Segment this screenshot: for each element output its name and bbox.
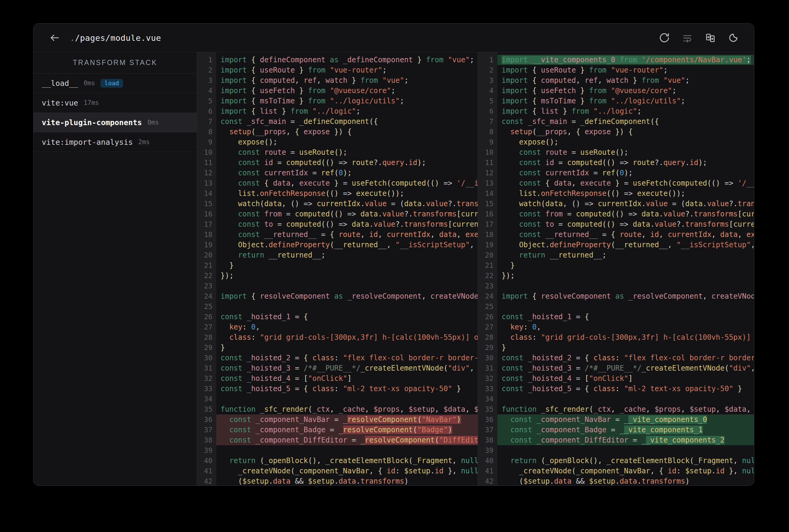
back-button[interactable]: [49, 32, 61, 44]
line-number: 41: [478, 466, 497, 476]
line-number: 15: [197, 198, 216, 209]
line-number: 32: [197, 373, 216, 384]
line-number: 37: [478, 425, 497, 435]
code-text: ($setup.data && $setup.data.transforms): [216, 476, 478, 486]
line-number: 39: [197, 445, 216, 456]
code-text: const _sfc_main = _defineComponent({: [216, 116, 478, 127]
code-line: 14 list.onFetchResponse(() => execute())…: [478, 188, 754, 198]
line-number: 16: [197, 209, 216, 219]
code-line: 41 _createVNode(_component_NavBar, { id:…: [478, 466, 754, 476]
code-text: [497, 281, 754, 291]
line-number: 39: [478, 445, 497, 456]
code-line: 19 Object.defineProperty(__returned__, "…: [197, 240, 478, 250]
code-line: 23: [478, 281, 754, 291]
code-text: [216, 394, 478, 404]
code-line: 28 class: "grid grid-cols-[300px,3fr] h-…: [197, 332, 478, 342]
code-text: _createVNode(_component_NavBar, { id: $s…: [216, 466, 478, 476]
code-line: 15 watch(data, () => currentIdx.value = …: [478, 198, 754, 209]
diff-panel-after[interactable]: 1import __vite_components_0 from '/compo…: [478, 52, 754, 486]
code-text: [216, 445, 478, 456]
line-number: 17: [197, 219, 216, 229]
code-line: 31const _hoisted_3 = /*#__PURE__*/_creat…: [197, 363, 478, 373]
sidebar-item-vite-plugin-components[interactable]: vite-plugin-components0ms: [34, 113, 197, 132]
plugin-name: vite:vue: [42, 98, 78, 107]
line-number: 32: [478, 373, 497, 384]
line-number: 42: [478, 476, 497, 486]
code-text: });: [497, 270, 754, 281]
code-line: 40 return (_openBlock(), _createElementB…: [478, 456, 754, 466]
plugin-time: 2ms: [138, 138, 150, 146]
line-number: 31: [197, 363, 216, 373]
code-line: 30const _hoisted_2 = { class: "flex flex…: [478, 353, 754, 363]
line-number: 40: [478, 456, 497, 466]
code-text: const route = useRoute();: [497, 147, 754, 157]
code-text: class: "grid grid-cols-[300px,3fr] h-[ca…: [216, 332, 478, 342]
code-text: key: 0,: [497, 322, 754, 332]
transform-stack-sidebar: TRANSFORM STACK __load__0msloadvite:vue1…: [34, 52, 197, 486]
code-line: 18 const __returned__ = { route, id, cur…: [197, 229, 478, 240]
plugin-time: 0ms: [84, 79, 95, 87]
code-text: setup(__props, { expose }) {: [497, 127, 754, 137]
line-number: 30: [197, 353, 216, 363]
code-text: function _sfc_render(_ctx, _cache, $prop…: [216, 404, 478, 414]
code-text: const to = computed(() => data.value?.tr…: [497, 219, 754, 229]
code-text: import { useFetch } from "@vueuse/core";: [216, 86, 478, 96]
code-text: list.onFetchResponse(() => execute());: [497, 188, 754, 198]
sidebar-item-vite-vue[interactable]: vite:vue17ms: [34, 93, 197, 113]
refresh-button[interactable]: [659, 32, 670, 43]
code-text: expose();: [497, 137, 754, 147]
code-line: 15 watch(data, () => currentIdx.value = …: [197, 198, 478, 209]
line-number: 15: [478, 198, 497, 209]
code-text: });: [216, 270, 478, 281]
code-text: import { list } from "../logic";: [216, 106, 478, 116]
code-text: const currentIdx = ref(0);: [497, 168, 754, 178]
code-line: 42 ($setup.data && $setup.data.transform…: [478, 476, 754, 486]
line-number: 7: [197, 116, 216, 127]
diff-view-button[interactable]: [705, 32, 716, 43]
code-text: const { data, execute } = useFetch(compu…: [216, 178, 478, 188]
code-line: 16 const from = computed(() => data.valu…: [197, 209, 478, 219]
code-text: import { list } from "../logic";: [497, 106, 754, 116]
code-text: const id = computed(() => route?.query.i…: [216, 157, 478, 168]
moon-icon: [728, 33, 738, 43]
code-text: [497, 445, 754, 456]
line-number: 2: [478, 65, 497, 75]
line-number: 12: [197, 168, 216, 178]
wrap-text-button[interactable]: [682, 32, 693, 43]
line-number: 23: [478, 281, 497, 291]
code-line: 32const _hoisted_4 = ["onClick"]: [197, 373, 478, 384]
line-number: 4: [197, 86, 216, 96]
code-line: 12 const currentIdx = ref(0);: [197, 168, 478, 178]
code-text: const to = computed(() => data.value?.tr…: [216, 219, 478, 229]
code-line: 5import { msToTime } from "../logic/util…: [478, 96, 754, 106]
code-text: const _hoisted_1 = {: [497, 312, 754, 322]
wrap-text-icon: [682, 33, 693, 43]
code-text: }: [216, 260, 478, 270]
line-number: 29: [197, 342, 216, 353]
sidebar-item-vite-import-analysis[interactable]: vite:import-analysis2ms: [34, 132, 197, 152]
diff-panel-before[interactable]: 1import { defineComponent as _defineComp…: [197, 52, 478, 486]
code-text: const __returned__ = { route, id, curren…: [497, 229, 754, 240]
dark-mode-button[interactable]: [728, 32, 739, 43]
code-text: [497, 301, 754, 312]
code-line: 41 _createVNode(_component_NavBar, { id:…: [197, 466, 478, 476]
code-line: 16 const from = computed(() => data.valu…: [478, 209, 754, 219]
code-line: 29}: [197, 342, 478, 353]
code-line: 21 }: [197, 260, 478, 270]
line-number: 18: [197, 229, 216, 240]
inspect-window: ./pages/module.vue: [33, 23, 754, 486]
code-text: const _hoisted_5 = { class: "ml-2 text-x…: [216, 384, 478, 394]
line-number: 12: [478, 168, 497, 178]
code-line: 36 const _component_NavBar = __vite_comp…: [478, 414, 754, 425]
code-text: import { defineComponent as _defineCompo…: [216, 55, 478, 65]
code-line: 18 const __returned__ = { route, id, cur…: [478, 229, 754, 240]
code-text: }: [497, 260, 754, 270]
code-text: const route = useRoute();: [216, 147, 478, 157]
line-number: 35: [478, 404, 497, 414]
line-number: 17: [478, 219, 497, 229]
line-number: 36: [197, 414, 216, 425]
module-title: ./pages/module.vue: [70, 33, 161, 43]
line-number: 9: [197, 137, 216, 147]
sidebar-item--load-[interactable]: __load__0msload: [34, 73, 197, 93]
code-text: const from = computed(() => data.value?.…: [497, 209, 754, 219]
